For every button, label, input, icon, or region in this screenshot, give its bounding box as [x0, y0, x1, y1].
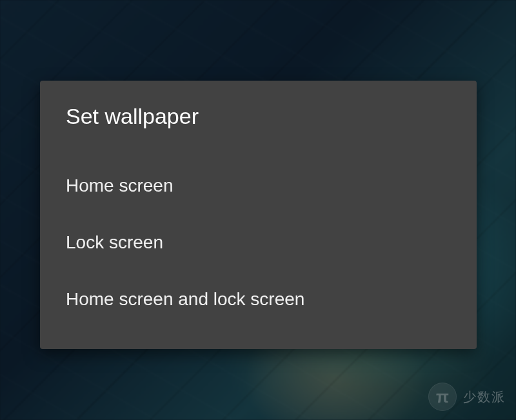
watermark: π 少数派 — [428, 383, 506, 411]
option-home-screen[interactable]: Home screen — [66, 157, 451, 214]
option-label: Lock screen — [66, 232, 163, 252]
watermark-text: 少数派 — [463, 388, 506, 406]
pi-icon: π — [428, 383, 457, 411]
dialog-options-list: Home screen Lock screen Home screen and … — [66, 157, 451, 328]
option-label: Home screen — [66, 175, 174, 195]
option-home-and-lock-screen[interactable]: Home screen and lock screen — [66, 271, 451, 328]
option-lock-screen[interactable]: Lock screen — [66, 214, 451, 271]
set-wallpaper-dialog: Set wallpaper Home screen Lock screen Ho… — [40, 81, 477, 349]
dialog-title: Set wallpaper — [66, 104, 451, 129]
option-label: Home screen and lock screen — [66, 289, 304, 309]
